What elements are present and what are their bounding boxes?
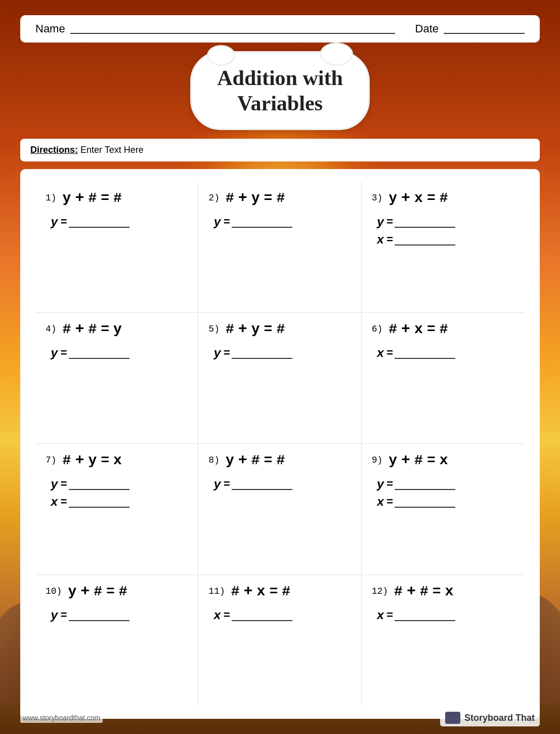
problem-8: 8) y + # = # y = <box>198 444 361 575</box>
answer-blank <box>232 218 292 228</box>
date-line <box>444 24 525 34</box>
storyboard-icon <box>445 712 460 724</box>
problem-8-equation: 8) y + # = # <box>208 452 351 469</box>
problem-12-equation: 12) # + # = x <box>372 583 514 600</box>
problem-2-equation: 2) # + y = # <box>208 189 351 207</box>
footer-brand-text: Storyboard That <box>464 713 535 723</box>
problem-3-equation: 3) y + x = # <box>372 189 514 207</box>
page-title: Addition withVariables <box>217 65 343 116</box>
problem-11: 11) # + x = # x = <box>198 575 361 706</box>
problem-6: 6) # + x = # x = <box>362 313 525 444</box>
problem-10: 10) y + # = # y = <box>35 575 198 706</box>
name-line <box>70 24 395 34</box>
problem-3-answer-y: y = <box>377 216 514 229</box>
directions-label: Directions: <box>30 145 78 155</box>
problem-1-equation: 1) y + # = # <box>46 189 188 207</box>
problem-10-equation: 10) y + # = # <box>46 583 188 600</box>
name-label: Name <box>35 22 65 35</box>
date-section: Date <box>415 22 525 35</box>
problem-4-equation: 4) # + # = y <box>46 320 188 338</box>
problem-2: 2) # + y = # y = <box>198 182 361 313</box>
problem-11-equation: 11) # + x = # <box>208 583 351 600</box>
page-wrapper: Name Date Addition withVariables Directi… <box>0 0 560 734</box>
problem-8-answer-y: y = <box>213 478 351 492</box>
directions-text: Enter Text Here <box>78 145 144 155</box>
answer-blank <box>69 498 130 508</box>
answer-blank <box>232 611 292 621</box>
answer-blank <box>395 498 455 508</box>
answer-blank <box>69 349 130 359</box>
problem-9-answer-x: x = <box>377 496 514 509</box>
problem-7-equation: 7) # + y = x <box>46 452 188 469</box>
problem-4: 4) # + # = y y = <box>35 313 198 444</box>
problem-2-answer-y: y = <box>213 216 351 229</box>
answer-blank <box>69 480 130 490</box>
answer-blank <box>69 218 130 228</box>
problem-3: 3) y + x = # y = x = <box>362 182 525 313</box>
answer-blank <box>69 611 130 621</box>
answer-blank <box>395 218 455 228</box>
problem-6-answer-x: x = <box>377 347 514 360</box>
problem-11-answer-x: x = <box>213 609 351 623</box>
problem-4-answer-y: y = <box>51 347 188 360</box>
answer-blank <box>395 480 455 490</box>
directions-bar: Directions: Enter Text Here <box>20 139 540 161</box>
footer-url: www.storyboardthat.com <box>20 713 103 723</box>
title-cloud-container: Addition withVariables <box>20 50 540 131</box>
problem-12: 12) # + # = x x = <box>362 575 525 706</box>
title-cloud: Addition withVariables <box>190 51 370 131</box>
answer-blank <box>232 349 292 359</box>
worksheet: 1) y + # = # y = 2) # + y = # <box>20 169 540 719</box>
answer-blank <box>232 480 292 490</box>
answer-blank <box>395 611 455 621</box>
problem-9: 9) y + # = x y = x = <box>362 444 525 575</box>
problem-10-answer-y: y = <box>51 609 188 623</box>
problem-5-equation: 5) # + y = # <box>208 320 351 338</box>
answer-blank <box>395 349 455 359</box>
date-label: Date <box>415 22 439 35</box>
problem-7-answer-x: x = <box>51 496 188 509</box>
footer-brand: Storyboard That <box>440 709 540 726</box>
problem-9-equation: 9) y + # = x <box>372 452 514 469</box>
problem-12-answer-x: x = <box>377 609 514 623</box>
problem-7: 7) # + y = x y = x = <box>35 444 198 575</box>
problem-1-answer-y: y = <box>51 216 188 229</box>
problem-5-answer-y: y = <box>213 347 351 360</box>
problem-6-equation: 6) # + x = # <box>372 320 514 338</box>
footer: www.storyboardthat.com Storyboard That <box>20 707 540 729</box>
problem-5: 5) # + y = # y = <box>198 313 361 444</box>
answer-blank <box>395 235 455 246</box>
name-section: Name <box>35 22 395 35</box>
problem-1: 1) y + # = # y = <box>35 182 198 313</box>
problem-7-answer-y: y = <box>51 478 188 492</box>
problem-9-answer-y: y = <box>377 478 514 492</box>
name-date-bar: Name Date <box>20 15 540 43</box>
problem-3-answer-x: x = <box>377 233 514 247</box>
